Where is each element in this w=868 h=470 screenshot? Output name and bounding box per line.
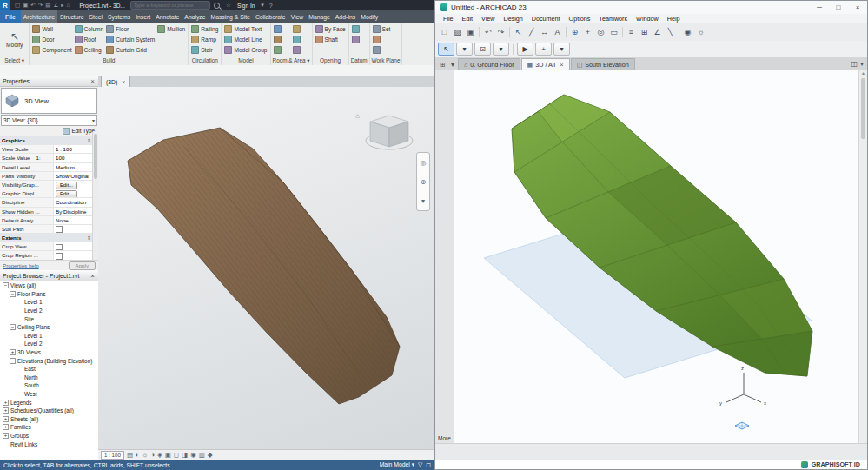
ribbon-tool-by-face[interactable]: By Face	[315, 23, 346, 34]
revit-canvas[interactable]: ⌂ ◎ ⊕ ▾	[98, 87, 434, 449]
menu-view[interactable]: View	[477, 15, 499, 23]
tab-close-icon[interactable]: ×	[560, 61, 564, 69]
zoom-icon[interactable]: ⊕	[568, 26, 581, 39]
ribbon-tab-modify[interactable]: Modify	[358, 10, 381, 23]
menu-design[interactable]: Design	[499, 15, 527, 23]
modify-button[interactable]: ↖Modify	[3, 23, 26, 56]
menu-window[interactable]: Window	[632, 15, 663, 23]
options-icon[interactable]: ▾	[553, 43, 570, 56]
undo-icon[interactable]: ↶	[481, 26, 494, 39]
detail-level-icon[interactable]: ▤	[127, 451, 133, 459]
view-tab-south-elevation[interactable]: ◫South Elevation	[571, 58, 635, 70]
favorites-icon[interactable]: ☆	[226, 2, 231, 9]
layers-icon[interactable]: ≡	[625, 26, 638, 39]
ribbon-tool-area[interactable]	[293, 23, 309, 34]
measure-icon[interactable]: ∠	[53, 2, 58, 9]
tree-item-site[interactable]: Site	[0, 314, 98, 323]
ribbon-tool-curtain-grid[interactable]: Curtain Grid	[106, 45, 155, 56]
navigator-popup-icon[interactable]: ▾	[447, 59, 458, 70]
tab-list-icon[interactable]: ▾	[860, 60, 864, 68]
visual-style-icon[interactable]: ◐	[136, 451, 140, 459]
design-options-dropdown[interactable]: Main Model ▾	[380, 461, 414, 468]
print-icon[interactable]: ▤	[45, 2, 50, 9]
undo-icon[interactable]: ↶	[30, 2, 35, 9]
ribbon-tool-tag-area[interactable]	[293, 45, 309, 56]
ribbon-tab-steel[interactable]: Steel	[87, 10, 106, 23]
view-tab-3d-all[interactable]: ▦3D / All×	[521, 58, 570, 70]
menu-document[interactable]: Document	[527, 15, 565, 23]
edit-button[interactable]: Edit...	[56, 182, 77, 189]
ribbon-tab-massing-site[interactable]: Massing & Site	[209, 10, 253, 23]
ribbon-tool-mullion[interactable]: Mullion	[157, 23, 185, 34]
archicad-viewport[interactable]: z x y	[454, 70, 859, 444]
ribbon-tab-systems[interactable]: Systems	[105, 10, 133, 23]
ribbon-tool-door[interactable]: Door	[32, 34, 71, 44]
properties-section-extents[interactable]: Extents⇕	[0, 234, 93, 242]
tree-item-ceiling-plans[interactable]: −Ceiling Plans	[0, 323, 98, 332]
pan-icon[interactable]: +	[581, 26, 594, 39]
ribbon-tab-analyze[interactable]: Analyze	[182, 10, 208, 23]
analytical-model-icon[interactable]: ◆	[208, 451, 213, 459]
scroll-up-icon[interactable]: ▲	[861, 70, 865, 76]
ribbon-tool-model-group[interactable]: Model Group	[224, 45, 267, 56]
tree-item-east[interactable]: East	[0, 365, 98, 374]
toposurface[interactable]	[128, 128, 400, 404]
sun-path-icon[interactable]: ☼	[142, 451, 149, 459]
fit-icon[interactable]: ▭	[607, 26, 620, 39]
snap-icon[interactable]: ∠	[651, 26, 664, 39]
checkbox-sun-path[interactable]	[56, 226, 63, 233]
close-icon[interactable]: ×	[89, 77, 96, 85]
ribbon-tool-model-text[interactable]: Model Text	[224, 23, 267, 34]
type-selector[interactable]: 3D View	[1, 88, 97, 114]
help-icon[interactable]: ?	[269, 3, 273, 9]
tree-item-groups[interactable]: +Groups	[0, 432, 98, 440]
temporary-properties-icon[interactable]: ▥	[199, 451, 205, 459]
edit-button[interactable]: Edit...	[56, 190, 77, 197]
tree-item-west[interactable]: West	[0, 390, 98, 399]
marquee-tool-button[interactable]: ⊡	[474, 43, 491, 56]
redo-icon[interactable]: ↷	[38, 2, 43, 9]
view-tab-3d[interactable]: (3D) ×	[101, 76, 130, 87]
ribbon-tool-tag-room[interactable]	[274, 45, 290, 56]
menu-teamwork[interactable]: Teamwork	[594, 15, 632, 23]
guide-icon[interactable]: ╲	[664, 26, 677, 39]
minimize-icon[interactable]: ─	[810, 1, 829, 14]
ribbon-tool-ramp[interactable]: Ramp	[191, 34, 218, 44]
camera-icon[interactable]: ◉	[681, 26, 694, 39]
maximize-icon[interactable]: □	[829, 1, 848, 14]
ribbon-tab-annotate[interactable]: Annotate	[153, 10, 182, 23]
ribbon-tool-set[interactable]: Set	[373, 23, 400, 34]
arrow-options-icon[interactable]: ▾	[456, 43, 473, 56]
grid-icon[interactable]: ⊞	[638, 26, 651, 39]
tree-item-views-all[interactable]: −Views (all)	[0, 281, 98, 290]
ribbon-tool-room[interactable]	[274, 23, 290, 34]
pick-icon[interactable]: +	[535, 43, 552, 56]
redo-icon[interactable]: ↷	[494, 26, 507, 39]
type-dropdown[interactable]: 3D View: {3D} ▾	[1, 115, 97, 126]
ribbon-tool-model-line[interactable]: Model Line	[224, 34, 267, 44]
tree-item-legends[interactable]: +Legends	[0, 398, 98, 407]
ribbon-tab-insert[interactable]: Insert	[133, 10, 153, 23]
ribbon-tab-collaborate[interactable]: Collaborate	[253, 10, 288, 23]
close-icon[interactable]: ×	[122, 79, 125, 85]
ribbon-tool-railing[interactable]: Railing	[191, 23, 218, 34]
rendering-icon[interactable]: ◈	[157, 451, 162, 459]
scale-button[interactable]: 1 : 100	[101, 451, 124, 460]
checkbox-crop-region[interactable]	[56, 253, 63, 260]
scrollbar-thumb[interactable]	[861, 78, 865, 139]
ribbon-tool-column[interactable]: Column	[75, 23, 104, 34]
tree-item-level-1[interactable]: Level 1	[0, 332, 98, 341]
pointer-icon[interactable]: ↖	[512, 26, 525, 39]
ribbon-tool-ref-plane[interactable]	[373, 45, 400, 56]
tree-item-south[interactable]: South	[0, 381, 98, 390]
view-tab-0-ground-floor[interactable]: ⌂0. Ground Floor	[458, 58, 520, 70]
ribbon-tool-component[interactable]: Component	[32, 45, 71, 56]
marquee-options-icon[interactable]: ▾	[493, 43, 509, 56]
tree-item-level-2[interactable]: Level 2	[0, 307, 98, 315]
menu-help[interactable]: Help	[663, 15, 685, 23]
properties-help-link[interactable]: Properties help	[3, 262, 39, 268]
ribbon-tool-area-boundary[interactable]	[293, 34, 309, 44]
filter-icon[interactable]: ▽	[418, 461, 422, 468]
menu-edit[interactable]: Edit	[458, 15, 477, 23]
menu-options[interactable]: Options	[565, 15, 595, 23]
